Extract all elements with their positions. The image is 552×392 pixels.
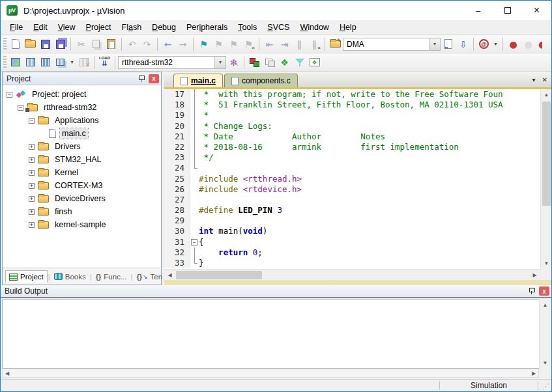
- open-file-icon[interactable]: [23, 37, 38, 51]
- manage-multi-project-icon[interactable]: [262, 55, 277, 70]
- find-in-files-icon[interactable]: [328, 37, 343, 51]
- pack-installer-icon[interactable]: [307, 55, 322, 70]
- menu-tools[interactable]: Tools: [233, 21, 262, 33]
- tree-item-rtthread-stm32[interactable]: −rtthread-stm32: [3, 101, 161, 114]
- code-editor[interactable]: 17 * with this program; if not, write to…: [164, 89, 540, 269]
- tree-item-kernel-sample[interactable]: +kernel-sample: [3, 218, 161, 231]
- scroll-right-arrow[interactable]: ▶: [529, 270, 540, 281]
- minimize-button[interactable]: –: [463, 1, 493, 20]
- collapse-icon[interactable]: −: [29, 118, 35, 124]
- batch-build-icon[interactable]: [53, 55, 68, 70]
- bookmark-clear-icon[interactable]: ⚑×: [241, 37, 256, 51]
- title-bar[interactable]: µV D:\project.uvprojx - µVision – ×: [1, 1, 551, 20]
- select-packs-icon[interactable]: [292, 55, 307, 70]
- bookmark-next-icon[interactable]: ⚑: [226, 37, 241, 51]
- tree-item-drivers[interactable]: +Drivers: [3, 140, 161, 153]
- pin-icon[interactable]: [527, 287, 536, 296]
- build-output-content[interactable]: [2, 300, 550, 369]
- manage-project-items-icon[interactable]: [247, 55, 262, 70]
- save-icon[interactable]: [38, 37, 53, 51]
- translate-file-icon[interactable]: [8, 55, 23, 70]
- target-select-combobox[interactable]: rtthread-stm32▾: [118, 56, 226, 69]
- scroll-left-arrow[interactable]: ◀: [164, 270, 175, 281]
- expand-icon[interactable]: +: [29, 209, 35, 215]
- tree-item-project-project[interactable]: −Project: project: [3, 88, 161, 101]
- scroll-down-arrow[interactable]: ▼: [541, 258, 552, 269]
- menu-peripherals[interactable]: Peripherals: [181, 21, 233, 33]
- expand-icon[interactable]: +: [29, 183, 35, 189]
- menu-svcs[interactable]: SVCS: [262, 21, 295, 33]
- build-output-close-button[interactable]: x: [539, 287, 549, 296]
- tree-item-main-c[interactable]: main.c: [3, 127, 161, 140]
- uncomment-icon[interactable]: ∥×: [307, 37, 322, 51]
- redo-icon[interactable]: ↷: [139, 37, 154, 51]
- build-output-vertical-scrollbar[interactable]: ▲ ▼: [539, 300, 550, 369]
- panel-tab-books[interactable]: Books: [51, 271, 89, 283]
- comment-icon[interactable]: ∥: [292, 37, 307, 51]
- menu-view[interactable]: View: [53, 21, 81, 33]
- expand-icon[interactable]: +: [29, 144, 35, 150]
- scroll-up-arrow[interactable]: ▲: [541, 89, 552, 100]
- expand-icon[interactable]: +: [29, 157, 35, 163]
- bookmark-prev-icon[interactable]: ⚑: [211, 37, 226, 51]
- expand-icon[interactable]: +: [29, 170, 35, 176]
- navigate-forward-icon[interactable]: →: [175, 37, 190, 51]
- stop-build-icon[interactable]: [76, 55, 91, 70]
- tree-item-stm32-hal[interactable]: +STM32_HAL: [3, 153, 161, 166]
- vertical-scroll-thumb[interactable]: [542, 102, 551, 206]
- breakpoint-kill-icon[interactable]: ●: [536, 37, 542, 51]
- copy-icon[interactable]: [89, 37, 104, 51]
- find-in-files-doc-icon[interactable]: [441, 37, 456, 51]
- menu-help[interactable]: Help: [334, 21, 362, 33]
- menu-file[interactable]: File: [5, 21, 28, 33]
- collapse-icon[interactable]: −: [7, 92, 12, 98]
- build-output-horizontal-scrollbar[interactable]: ◀ ▶: [2, 369, 539, 378]
- code-coverage-icon[interactable]: @: [476, 37, 491, 51]
- menu-debug[interactable]: Debug: [147, 21, 181, 33]
- tree-item-devicedrivers[interactable]: +DeviceDrivers: [3, 192, 161, 205]
- manage-rte-icon[interactable]: ❖: [277, 55, 292, 70]
- code-coverage-dropdown[interactable]: ▾: [491, 37, 500, 51]
- editor-tab-main-c[interactable]: main.c: [173, 74, 223, 87]
- collapse-icon[interactable]: −: [18, 105, 23, 111]
- toolbar-grip[interactable]: [3, 56, 7, 69]
- incremental-find-icon[interactable]: ⇩: [456, 37, 471, 51]
- scroll-up-arrow[interactable]: ▲: [540, 300, 551, 311]
- tree-item-kernel[interactable]: +Kernel: [3, 166, 161, 179]
- navigate-back-icon[interactable]: ←: [160, 37, 175, 51]
- editor-horizontal-scrollbar[interactable]: ◀ ▶: [164, 269, 540, 280]
- close-button[interactable]: ×: [522, 1, 551, 20]
- indent-icon[interactable]: ⇥: [277, 37, 292, 51]
- search-term-combobox-dropdown-button[interactable]: ▾: [429, 38, 440, 50]
- menu-project[interactable]: Project: [81, 21, 117, 33]
- cut-icon[interactable]: ✂: [74, 37, 89, 51]
- target-select-combobox-dropdown-button[interactable]: ▾: [214, 57, 225, 68]
- tab-list-dropdown[interactable]: ▾: [532, 76, 536, 83]
- search-term-combobox[interactable]: DMA▾: [343, 38, 441, 51]
- scroll-left-arrow[interactable]: ◀: [3, 369, 12, 377]
- menu-flash[interactable]: Flash: [117, 21, 147, 33]
- menu-window[interactable]: Window: [295, 21, 334, 33]
- expand-icon[interactable]: +: [29, 196, 35, 202]
- panel-tab-func[interactable]: {}Func...: [93, 271, 130, 283]
- menu-edit[interactable]: Edit: [28, 21, 53, 33]
- expand-icon[interactable]: +: [29, 222, 35, 228]
- editor-vertical-scrollbar[interactable]: ▲ ▼: [540, 89, 551, 269]
- undo-icon[interactable]: ↶: [124, 37, 139, 51]
- scroll-right-arrow[interactable]: ▶: [529, 369, 538, 377]
- tree-item-finsh[interactable]: +finsh: [3, 205, 161, 218]
- project-panel-close-button[interactable]: x: [149, 74, 159, 83]
- build-icon[interactable]: [23, 55, 38, 70]
- horizontal-scroll-thumb[interactable]: [176, 271, 262, 279]
- editor-tab-components-c[interactable]: components.c: [224, 74, 298, 87]
- fold-collapse-icon[interactable]: −: [191, 239, 197, 245]
- rebuild-all-icon[interactable]: [38, 55, 53, 70]
- resize-grip[interactable]: ⋰: [538, 380, 551, 391]
- download-icon[interactable]: [97, 55, 112, 70]
- toolbar-grip[interactable]: [3, 38, 7, 51]
- breakpoint-toggle-icon[interactable]: ●: [506, 37, 521, 51]
- maximize-button[interactable]: [493, 1, 522, 20]
- paste-icon[interactable]: [104, 37, 119, 51]
- tree-item-cortex-m3[interactable]: +CORTEX-M3: [3, 179, 161, 192]
- close-document-button[interactable]: ✕: [542, 76, 547, 83]
